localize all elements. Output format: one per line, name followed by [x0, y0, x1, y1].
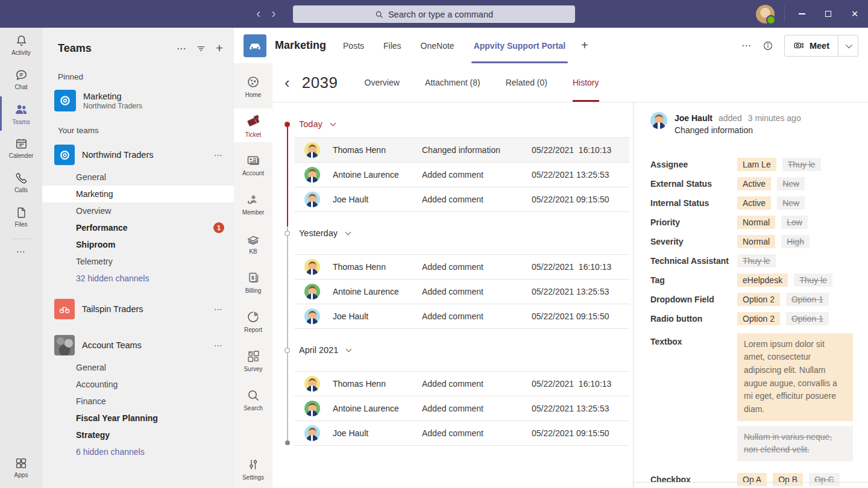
tab-related[interactable]: Related (0): [506, 63, 547, 102]
more-options-icon[interactable]: ⋯: [177, 43, 186, 54]
sidebar-item-files[interactable]: Files: [0, 199, 42, 234]
history-row[interactable]: Joe Hault Added comment 05/22/2021 09:15…: [294, 304, 629, 329]
sidebar-item-activity[interactable]: Activity: [0, 28, 42, 62]
tab-files[interactable]: Files: [383, 28, 401, 63]
channel-more-icon[interactable]: ⋯: [741, 40, 752, 51]
history-row-timestamp: 05/22/2021 09:15:50: [532, 195, 609, 204]
rail-item-survey[interactable]: Survey: [234, 343, 272, 377]
maximize-icon: [825, 11, 831, 17]
team-northwind-traders[interactable]: Northwind Traders ⋯: [42, 141, 234, 169]
tab-onenote[interactable]: OneNote: [421, 28, 454, 63]
ticket-content: ‹ 2039 Overview Attachment (8) Related (…: [272, 63, 868, 488]
home-icon: [246, 75, 260, 89]
meet-button[interactable]: Meet: [784, 35, 858, 57]
rail-item-report[interactable]: Report: [234, 304, 272, 338]
field-textbox: Textbox Lorem ipsum dolor sit amet, cons…: [650, 333, 851, 462]
history-row-name: Joe Hault: [333, 195, 422, 204]
history-row[interactable]: Thomas Henn Added comment 05/22/2021 16:…: [294, 372, 629, 396]
pinned-section-label: Pinned: [42, 55, 234, 87]
hidden-channels-link[interactable]: 32 hidden channels: [42, 270, 234, 287]
history-row[interactable]: Thomas Henn Added comment 05/22/2021 16:…: [294, 255, 629, 280]
group-header-yesterday[interactable]: Yesterday: [272, 220, 633, 246]
rail-item-member[interactable]: Member: [234, 187, 272, 221]
window-close-button[interactable]: ×: [841, 0, 868, 28]
field-checkbox: Checkbox Op A Op B Op C: [650, 470, 851, 488]
join-create-team-icon[interactable]: +: [216, 41, 223, 55]
channel-shiproom[interactable]: Shiproom: [42, 236, 234, 253]
group-header-april-2021[interactable]: April 2021: [272, 337, 633, 363]
chevron-down-icon: [846, 41, 852, 48]
channel-marketing[interactable]: Marketing: [42, 186, 234, 202]
avatar: [304, 401, 320, 416]
history-row-timestamp: 05/22/2021 13:25:53: [532, 404, 609, 413]
back-icon[interactable]: ‹: [285, 75, 290, 90]
rail-item-ticket[interactable]: Ticket: [234, 108, 272, 142]
channel-fiscal-year-planning[interactable]: Fiscal Year Planning: [42, 410, 234, 427]
history-row[interactable]: Antoine Laurence Added comment 05/22/202…: [294, 163, 629, 187]
history-row-action: Added comment: [422, 404, 532, 413]
sidebar-item-label: Chat: [14, 84, 27, 90]
rail-item-settings[interactable]: Settings: [234, 452, 272, 486]
channel-telemetry[interactable]: Telemetry: [42, 253, 234, 270]
avatar: [304, 425, 320, 441]
sidebar-item-calendar[interactable]: Calender: [0, 131, 42, 165]
rail-item-kb[interactable]: KB: [234, 226, 272, 260]
sidebar-item-calls[interactable]: Calls: [0, 165, 42, 199]
tab-posts[interactable]: Posts: [343, 28, 364, 63]
history-row-name: Thomas Henn: [333, 145, 422, 155]
field-label: Tag: [650, 275, 737, 285]
team-account-teams[interactable]: Account Teams ⋯: [42, 331, 234, 359]
northwind-traders-logo: [54, 90, 76, 111]
channel-general[interactable]: General: [42, 359, 234, 376]
window-maximize-button[interactable]: [815, 0, 841, 28]
info-icon[interactable]: [763, 40, 773, 51]
channel-general[interactable]: General: [42, 169, 234, 186]
channel-performance[interactable]: Performance 1: [42, 219, 234, 236]
nav-back-icon[interactable]: ‹: [256, 7, 260, 20]
history-row-action: Added comment: [422, 428, 532, 438]
team-more-icon[interactable]: ⋯: [214, 304, 223, 314]
meet-dropdown-button[interactable]: [838, 36, 858, 56]
history-row[interactable]: Joe Hault Added comment 05/22/2021 09:15…: [294, 187, 629, 212]
team-tailspin-traders[interactable]: Tailspin Traders ⋯: [42, 295, 234, 323]
field-label: Checkbox: [650, 475, 737, 484]
rail-item-billing[interactable]: $ Billing: [234, 265, 272, 299]
sidebar-item-teams[interactable]: Teams: [0, 96, 42, 131]
nav-forward-icon[interactable]: ›: [271, 7, 275, 20]
team-more-icon[interactable]: ⋯: [214, 340, 223, 350]
channel-overview[interactable]: Overview: [42, 202, 234, 219]
tab-overview[interactable]: Overview: [365, 63, 400, 102]
rail-item-search[interactable]: Search: [234, 383, 272, 416]
add-tab-icon[interactable]: +: [581, 39, 588, 52]
sidebar-item-apps[interactable]: Apps: [0, 450, 42, 484]
history-row[interactable]: Joe Hault Added comment 05/22/2021 09:15…: [294, 421, 629, 446]
pinned-channel-marketing[interactable]: Marketing Northwind Traders: [42, 87, 234, 114]
avatar: [304, 167, 320, 183]
sidebar-item-chat[interactable]: Chat: [0, 62, 42, 96]
channel-finance[interactable]: Finance: [42, 393, 234, 410]
changed-text-new: Lorem ipsum dolor sit amet, consectetur …: [737, 333, 853, 421]
detail-time-ago: 3 minutes ago: [748, 113, 801, 123]
tab-attachment[interactable]: Attachment (8): [425, 63, 480, 102]
channel-strategy[interactable]: Strategy: [42, 427, 234, 443]
window-minimize-button[interactable]: [788, 0, 815, 28]
group-header-today[interactable]: Today: [272, 111, 633, 137]
tab-appvity-support-portal[interactable]: Appvity Support Portal: [474, 28, 565, 63]
unread-badge: 1: [213, 222, 224, 233]
sidebar-item-label: Calls: [14, 187, 28, 193]
hidden-channels-link[interactable]: 6 hidden channels: [42, 443, 234, 460]
tab-history[interactable]: History: [573, 63, 599, 102]
team-more-icon[interactable]: ⋯: [214, 150, 223, 160]
more-apps-icon[interactable]: ⋯: [0, 240, 42, 263]
channel-accounting[interactable]: Accounting: [42, 376, 234, 393]
timeline-line: [287, 127, 288, 227]
history-row[interactable]: Antoine Laurence Added comment 05/22/202…: [294, 396, 629, 421]
rail-item-home[interactable]: Home: [234, 69, 272, 103]
search-input[interactable]: Search or type a command: [293, 5, 575, 23]
filter-icon[interactable]: [196, 43, 206, 54]
rail-item-account[interactable]: Account: [234, 148, 272, 181]
history-row[interactable]: Antoine Laurence Added comment 05/22/202…: [294, 280, 629, 304]
user-avatar[interactable]: [756, 5, 775, 23]
detail-action: added: [719, 113, 742, 123]
history-row[interactable]: Thomas Henn Changed information 05/22/20…: [294, 138, 629, 163]
